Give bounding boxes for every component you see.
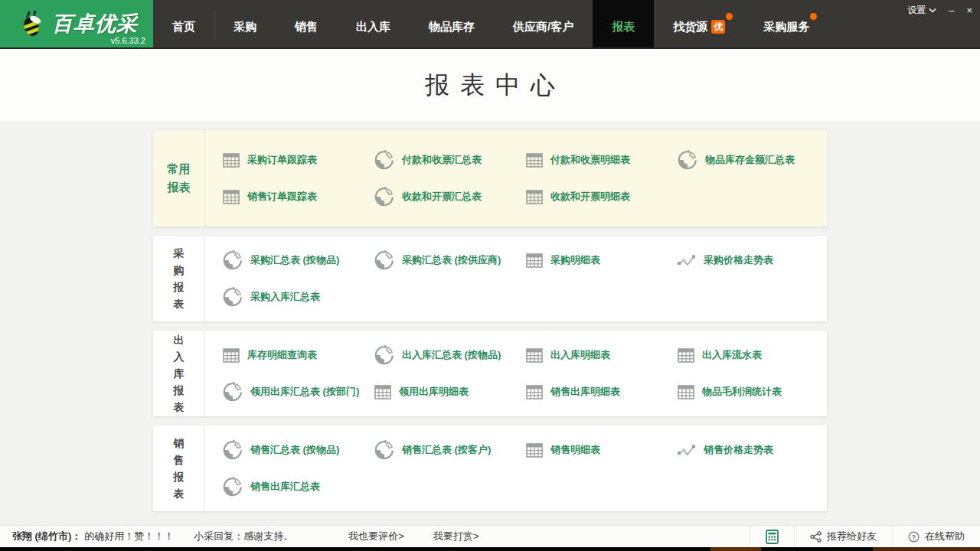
nav-item-6[interactable]: 供应商/客户	[494, 0, 593, 47]
nav-item-3[interactable]: 销售	[276, 0, 337, 47]
nav-item-label: 采购	[234, 20, 256, 34]
share-icon	[810, 531, 822, 543]
nav-item-5[interactable]: 物品库存	[410, 0, 494, 47]
report-link-sales-1-0[interactable]: 销售出库汇总表	[223, 468, 374, 505]
help-label: 在线帮助	[925, 530, 965, 543]
report-link-label: 采购订单跟踪表	[247, 153, 317, 167]
brand-logo[interactable]: 百卓优采 v5.6.33.2	[0, 0, 153, 47]
section-label: 出入库报表	[153, 331, 205, 416]
title-band: 报表中心	[0, 49, 980, 121]
donut-chart-icon	[223, 382, 243, 402]
table-report-icon	[374, 385, 391, 399]
nav-item-2[interactable]: 采购	[214, 0, 276, 47]
report-link-label: 销售汇总表 (按客户)	[402, 443, 491, 457]
nav-item-9[interactable]: 采购服务	[744, 0, 828, 47]
settings-label: 设置	[907, 4, 926, 17]
settings-menu[interactable]: 设置	[907, 4, 936, 17]
minimize-button[interactable]: –	[949, 5, 954, 15]
main-nav: 首页采购销售出入库物品库存供应商/客户报表找货源优采购服务	[153, 0, 980, 47]
nav-item-4[interactable]: 出入库	[337, 0, 410, 47]
report-link-inout-1-3[interactable]: 物品毛利润统计表	[678, 373, 829, 410]
report-link-label: 领用出库汇总表 (按部门)	[250, 385, 359, 399]
calculator-button[interactable]	[750, 526, 794, 547]
report-link-label: 销售出库明细表	[550, 385, 620, 399]
donut-chart-icon	[223, 440, 243, 460]
report-link-common-1-0[interactable]: 销售订单跟踪表	[223, 178, 374, 215]
report-link-inout-1-2[interactable]: 销售出库明细表	[526, 373, 678, 410]
close-button[interactable]: ×	[966, 5, 972, 15]
table-report-icon	[678, 348, 694, 363]
empty-cell	[526, 279, 678, 315]
empty-cell	[374, 279, 526, 315]
report-link-inout-0-2[interactable]: 出入库明细表	[526, 337, 678, 373]
donut-chart-icon	[678, 150, 697, 170]
report-link-common-1-1[interactable]: 收款和开票汇总表	[374, 178, 526, 215]
report-link-common-0-3[interactable]: 物品库存金额汇总表	[678, 142, 829, 178]
section-inout: 出入库报表库存明细查询表出入库汇总表 (按物品)出入库明细表出入库流水表领用出库…	[153, 331, 827, 416]
section-common: 常用报表采购订单跟踪表付款和收票汇总表付款和收票明细表物品库存金额汇总表销售订单…	[153, 130, 827, 227]
trend-line-icon	[678, 443, 696, 457]
section-grid: 库存明细查询表出入库汇总表 (按物品)出入库明细表出入库流水表领用出库汇总表 (…	[205, 331, 829, 416]
report-link-label: 付款和收票汇总表	[402, 153, 482, 167]
report-link-label: 物品毛利润统计表	[702, 385, 782, 399]
report-link-common-0-2[interactable]: 付款和收票明细表	[526, 142, 678, 178]
report-link-label: 出入库流水表	[702, 348, 762, 362]
donut-chart-icon	[374, 150, 394, 170]
donut-chart-icon	[223, 477, 243, 497]
report-link-sales-0-1[interactable]: 销售汇总表 (按客户)	[374, 432, 526, 468]
report-link-inout-0-0[interactable]: 库存明细查询表	[223, 337, 374, 373]
promo-badge: 优	[711, 20, 725, 34]
report-link-common-1-2[interactable]: 收款和开票明细表	[526, 178, 678, 215]
recommend-button[interactable]: 推荐给好友	[794, 526, 892, 547]
report-link-label: 销售汇总表 (按物品)	[250, 443, 339, 457]
table-report-icon	[526, 153, 543, 168]
donut-chart-icon	[374, 345, 394, 365]
report-link-inout-0-1[interactable]: 出入库汇总表 (按物品)	[374, 337, 526, 373]
section-label: 常用报表	[153, 130, 205, 227]
report-link-label: 库存明细查询表	[247, 348, 317, 362]
help-button[interactable]: ? 在线帮助	[892, 526, 980, 547]
report-link-common-0-0[interactable]: 采购订单跟踪表	[223, 142, 374, 178]
report-link-common-0-1[interactable]: 付款和收票汇总表	[374, 142, 526, 178]
nav-item-label: 出入库	[356, 20, 390, 34]
calculator-icon	[766, 530, 779, 544]
chevron-down-icon	[929, 8, 936, 13]
donut-chart-icon	[223, 250, 243, 270]
report-link-inout-0-3[interactable]: 出入库流水表	[678, 337, 829, 373]
report-link-label: 采购明细表	[550, 253, 600, 267]
report-link-label: 采购汇总表 (按供应商)	[402, 253, 501, 267]
nav-item-1[interactable]: 首页	[153, 0, 214, 47]
report-link-purchase-0-1[interactable]: 采购汇总表 (按供应商)	[374, 242, 526, 279]
bee-logo-icon	[15, 8, 47, 40]
report-link-inout-1-0[interactable]: 领用出库汇总表 (按部门)	[223, 373, 374, 410]
taskbar-segment	[873, 547, 980, 551]
svg-text:?: ?	[912, 532, 916, 540]
table-report-icon	[526, 253, 543, 268]
report-link-purchase-0-3[interactable]: 采购价格走势表	[678, 242, 829, 279]
report-link-purchase-0-2[interactable]: 采购明细表	[526, 242, 678, 279]
nav-item-8[interactable]: 找货源优	[654, 0, 744, 47]
report-link-sales-0-3[interactable]: 销售价格走势表	[678, 432, 829, 468]
donut-chart-icon	[374, 250, 394, 270]
report-link-inout-1-1[interactable]: 领用出库明细表	[374, 373, 526, 410]
review-user: 张翔 (绵竹市)：	[12, 530, 81, 543]
table-report-icon	[223, 190, 240, 204]
report-link-sales-0-0[interactable]: 销售汇总表 (按物品)	[223, 432, 374, 468]
report-link-purchase-1-0[interactable]: 采购入库汇总表	[223, 279, 374, 315]
status-bar: 张翔 (绵竹市)： 的确好用！赞！！！ 小采回复：感谢支持。 我也要评价> 我要…	[0, 525, 980, 547]
donut-chart-icon	[223, 287, 243, 307]
footer-tools: 推荐给好友 ? 在线帮助	[750, 526, 980, 547]
tip-link[interactable]: 我要打赏>	[433, 530, 479, 543]
report-link-label: 采购汇总表 (按物品)	[250, 253, 339, 267]
table-report-icon	[526, 190, 543, 204]
table-report-icon	[526, 385, 543, 399]
report-link-label: 采购入库汇总表	[250, 290, 320, 304]
report-link-label: 销售明细表	[550, 443, 600, 457]
rate-link[interactable]: 我也要评价>	[348, 530, 404, 543]
report-link-sales-0-2[interactable]: 销售明细表	[526, 432, 678, 468]
section-label: 采购报表	[153, 236, 205, 321]
report-link-purchase-0-0[interactable]: 采购汇总表 (按物品)	[223, 242, 374, 279]
nav-item-7[interactable]: 报表	[593, 0, 654, 47]
table-report-icon	[223, 348, 240, 363]
review-reply: 小采回复：感谢支持。	[194, 530, 293, 543]
